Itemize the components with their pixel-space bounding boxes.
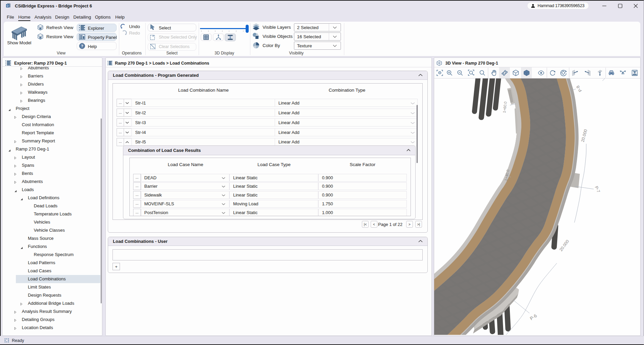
svg-text:P-7: P-7 (594, 185, 601, 193)
svg-text:?: ? (81, 44, 83, 48)
svg-text:P-6: P-6 (529, 313, 538, 321)
svg-text:1+60.0: 1+60.0 (502, 101, 507, 113)
svg-text:P-8: P-8 (575, 85, 583, 93)
svg-text:20.000: 20.000 (580, 129, 588, 143)
svg-text:20.000: 20.000 (559, 239, 570, 252)
